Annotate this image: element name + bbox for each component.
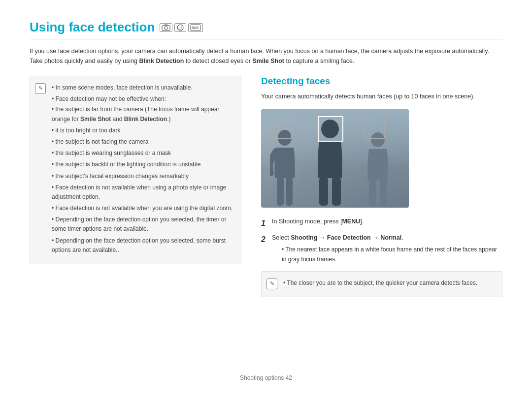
sub-item-5: the subject is backlit or the lighting c…	[52, 160, 233, 169]
svg-point-4	[179, 27, 180, 28]
note-item-4: Face detection is not available when you…	[52, 204, 233, 213]
intro-bold1: Blink Detection	[139, 58, 184, 64]
focus-frame-gray-right	[364, 117, 385, 139]
tip-icon: ✎	[266, 278, 277, 289]
sub-item-6: the subject's facial expression changes …	[52, 172, 233, 181]
intro-bold2: Smile Shot	[252, 58, 284, 64]
svg-rect-10	[286, 177, 293, 206]
section-description: Your camera automatically detects human …	[261, 92, 502, 101]
sub-list: the subject is far from the camera (The …	[52, 105, 233, 181]
left-panel: ✎ In some scene modes, face detection is…	[30, 76, 241, 367]
note-item-1: In some scene modes, face detection is u…	[52, 83, 233, 93]
step1-bold: MENU	[342, 218, 360, 225]
svg-rect-2	[165, 25, 167, 26]
svg-point-3	[177, 25, 183, 31]
note-item-3: Face detection is not available when usi…	[52, 183, 233, 202]
right-panel: Detecting faces Your camera automaticall…	[261, 76, 502, 367]
intro-mid: to detect closed eyes or	[186, 58, 251, 64]
footer: Shooting options 42	[30, 367, 502, 386]
step1-text: In Shooting mode, press [	[272, 218, 342, 225]
step2-end: .	[401, 234, 403, 241]
note-item-2: Face detection may not be effective when…	[52, 94, 233, 181]
note-item-6: Depending on the face detection option y…	[52, 236, 233, 255]
svg-point-5	[181, 27, 182, 28]
note-list: In some scene modes, face detection is u…	[52, 83, 233, 255]
note-item-5: Depending on the face detection option y…	[52, 215, 233, 234]
steps: 1 In Shooting mode, press [MENU]. 2 Sele…	[261, 216, 502, 264]
step-1: 1 In Shooting mode, press [MENU].	[261, 216, 502, 230]
title-text: Using face detection	[30, 20, 155, 35]
scene-icon: SCE	[188, 23, 203, 32]
silhouette-right	[362, 131, 394, 208]
page-title: Using face detection	[30, 20, 502, 39]
step2-bullet-1: The nearest face appears in a white focu…	[282, 245, 502, 264]
page-content: Using face detection	[0, 0, 532, 401]
silhouette-left	[270, 129, 299, 208]
sub-item-2: it is too bright or too dark	[52, 126, 233, 135]
step1-end: ].	[360, 218, 364, 225]
tip-box: ✎ The closer you are to the subject, the…	[261, 271, 502, 297]
title-icons: SCE	[160, 23, 203, 32]
step2-bullets: The nearest face appears in a white focu…	[272, 245, 502, 264]
svg-text:SCE: SCE	[192, 26, 199, 30]
intro-end: to capture a smiling face.	[286, 58, 354, 64]
note-box: ✎ In some scene modes, face detection is…	[30, 76, 241, 264]
svg-rect-15	[369, 180, 376, 206]
svg-rect-9	[277, 177, 284, 206]
sub-item-4: the subject is wearing sunglasses or a m…	[52, 149, 233, 158]
step2-text: Select	[272, 234, 291, 241]
intro-text: If you use face detection options, your …	[30, 46, 502, 66]
camera-icon	[160, 23, 172, 32]
main-content: ✎ In some scene modes, face detection is…	[30, 76, 502, 367]
step-2: 2 Select Shooting → Face Detection → Nor…	[261, 233, 502, 264]
step2-bold: Shooting → Face Detection → Normal	[291, 234, 401, 241]
focus-frame-gray-left	[272, 119, 292, 139]
face-detection-image	[261, 109, 409, 208]
note-icon: ✎	[35, 83, 46, 94]
svg-point-1	[165, 27, 167, 30]
face-icon	[174, 23, 186, 32]
focus-frame-white	[318, 116, 343, 142]
svg-rect-16	[380, 180, 387, 206]
section-title: Detecting faces	[261, 76, 502, 87]
tip-item: The closer you are to the subject, the q…	[283, 278, 494, 288]
sub-item-3: the subject is not facing the camera	[52, 137, 233, 147]
svg-rect-12	[319, 177, 328, 206]
svg-rect-13	[332, 177, 341, 206]
footer-text: Shooting options 42	[240, 374, 292, 381]
sub-item-1: the subject is far from the camera (The …	[52, 105, 233, 123]
tip-list: The closer you are to the subject, the q…	[283, 278, 494, 288]
